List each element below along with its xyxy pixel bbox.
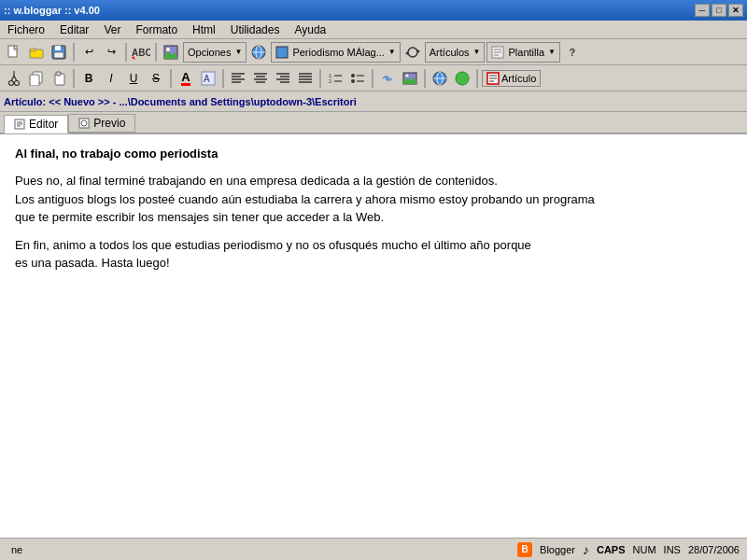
cut-button[interactable] bbox=[4, 68, 24, 89]
fmt-sep-7 bbox=[476, 69, 478, 88]
web-button[interactable] bbox=[430, 68, 450, 89]
align-right-button[interactable] bbox=[273, 68, 293, 89]
music-icon: ♪ bbox=[583, 542, 589, 557]
underline-button[interactable]: U bbox=[123, 68, 144, 89]
help-button[interactable]: ? bbox=[562, 42, 583, 63]
close-button[interactable]: ✕ bbox=[728, 4, 743, 17]
svg-text:2.: 2. bbox=[329, 78, 333, 84]
svg-point-52 bbox=[351, 79, 355, 83]
window-title: :: w.bloggar :: v4.00 bbox=[4, 5, 695, 16]
svg-point-56 bbox=[406, 74, 409, 77]
italic-button[interactable]: I bbox=[101, 68, 121, 89]
svg-point-19 bbox=[9, 80, 14, 85]
ordered-list-button[interactable]: 1.2. bbox=[325, 68, 345, 89]
refresh-button[interactable] bbox=[402, 42, 423, 63]
article-title: Al final, no trabajo como periodista bbox=[15, 146, 732, 162]
fmt-sep-3 bbox=[222, 69, 224, 88]
highlight-color-button[interactable]: A bbox=[198, 68, 218, 89]
unordered-list-button[interactable] bbox=[347, 68, 368, 89]
articulos-arrow: ▼ bbox=[473, 48, 481, 56]
fmt-sep-5 bbox=[372, 69, 374, 88]
tab-editor-label: Editor bbox=[29, 118, 58, 131]
plantilla-dropdown[interactable]: Plantilla ▼ bbox=[486, 42, 559, 63]
paste-button[interactable] bbox=[49, 68, 69, 89]
tab-editor[interactable]: Editor bbox=[4, 115, 68, 133]
menu-editar[interactable]: Editar bbox=[56, 22, 92, 37]
svg-text:A: A bbox=[204, 74, 210, 84]
articulos-dropdown[interactable]: Artículos ▼ bbox=[425, 42, 486, 63]
editor-content[interactable]: Al final, no trabajo como periodista Pue… bbox=[0, 134, 747, 538]
separator-3 bbox=[155, 43, 157, 62]
tab-preview-label: Previo bbox=[93, 117, 125, 130]
opciones-dropdown[interactable]: Opciones ▼ bbox=[183, 42, 247, 63]
opciones-arrow: ▼ bbox=[234, 48, 242, 56]
articulo-button[interactable]: Artículo bbox=[482, 70, 541, 87]
menu-fichero[interactable]: Fichero bbox=[4, 22, 49, 37]
green-circle-button[interactable] bbox=[452, 68, 472, 89]
date-indicator: 28/07/2006 bbox=[688, 544, 740, 555]
article-paragraph-1: Pues no, al final terminé trabajando en … bbox=[15, 172, 732, 227]
strikethrough-button[interactable]: S bbox=[146, 68, 166, 89]
article-path-text: Artículo: << Nuevo >> - ...\Documents an… bbox=[4, 96, 357, 107]
tab-bar: Editor Previo bbox=[0, 112, 747, 134]
align-justify-button[interactable] bbox=[295, 68, 316, 89]
window-controls[interactable]: ─ □ ✕ bbox=[695, 4, 743, 17]
new-button[interactable] bbox=[4, 42, 24, 63]
undo-button[interactable]: ↩ bbox=[78, 42, 99, 63]
link-button[interactable] bbox=[377, 68, 398, 89]
title-bar: :: w.bloggar :: v4.00 ─ □ ✕ bbox=[0, 0, 747, 21]
tab-preview[interactable]: Previo bbox=[68, 114, 135, 133]
svg-rect-4 bbox=[55, 46, 61, 50]
blogger-icon: B bbox=[517, 542, 532, 557]
spellcheck-button[interactable]: ABC bbox=[131, 42, 151, 63]
ins-indicator: INS bbox=[664, 544, 681, 555]
menu-bar: Fichero Editar Ver Formato Html Utilidad… bbox=[0, 21, 747, 39]
blog-label: Periodismo MÁlag... bbox=[292, 47, 384, 58]
articulo-label: Artículo bbox=[501, 73, 536, 84]
fmt-sep-2 bbox=[170, 69, 172, 88]
svg-point-50 bbox=[351, 74, 355, 77]
toolbar-main: ↩ ↪ ABC Opciones ▼ Periodismo MÁlag... ▼… bbox=[0, 39, 747, 65]
svg-line-21 bbox=[11, 76, 14, 81]
separator-2 bbox=[125, 43, 127, 62]
save-button[interactable] bbox=[49, 42, 69, 63]
article-paragraph-2: En fin, animo a todos los que estudias p… bbox=[15, 236, 732, 273]
menu-ver[interactable]: Ver bbox=[100, 22, 124, 37]
bold-button[interactable]: B bbox=[78, 68, 99, 89]
svg-point-60 bbox=[456, 72, 469, 85]
svg-point-20 bbox=[15, 80, 20, 85]
color-a-icon: A bbox=[181, 71, 190, 86]
plantilla-arrow: ▼ bbox=[548, 48, 556, 56]
svg-point-8 bbox=[166, 48, 170, 51]
separator-1 bbox=[73, 43, 75, 62]
align-left-button[interactable] bbox=[228, 68, 248, 89]
article-path-bar: Artículo: << Nuevo >> - ...\Documents an… bbox=[0, 91, 747, 112]
svg-line-22 bbox=[14, 76, 17, 81]
minimize-button[interactable]: ─ bbox=[695, 4, 710, 17]
align-center-button[interactable] bbox=[250, 68, 271, 89]
blog-arrow: ▼ bbox=[388, 48, 396, 56]
copy-button[interactable] bbox=[26, 68, 47, 89]
status-left-text: ne bbox=[7, 544, 510, 555]
menu-html[interactable]: Html bbox=[189, 22, 219, 37]
svg-rect-25 bbox=[30, 75, 39, 86]
blog-dropdown[interactable]: Periodismo MÁlag... ▼ bbox=[271, 42, 400, 63]
svg-rect-5 bbox=[54, 52, 63, 58]
menu-formato[interactable]: Formato bbox=[132, 22, 181, 37]
menu-ayuda[interactable]: Ayuda bbox=[290, 22, 330, 37]
fmt-sep-4 bbox=[319, 69, 321, 88]
status-bar: ne B Blogger ♪ CAPS NUM INS 28/07/2006 bbox=[0, 538, 747, 560]
open-button[interactable] bbox=[26, 42, 47, 63]
redo-button[interactable]: ↪ bbox=[101, 42, 121, 63]
font-color-button[interactable]: A bbox=[176, 68, 196, 89]
image-insert-button[interactable] bbox=[400, 68, 420, 89]
caps-indicator: CAPS bbox=[597, 544, 626, 555]
globe-button[interactable] bbox=[248, 42, 269, 63]
svg-marker-14 bbox=[405, 51, 408, 55]
svg-text:ABC: ABC bbox=[132, 48, 150, 58]
menu-utilidades[interactable]: Utilidades bbox=[227, 22, 284, 37]
image-button[interactable] bbox=[161, 42, 181, 63]
blogger-label: Blogger bbox=[540, 544, 575, 555]
fmt-sep-1 bbox=[73, 69, 75, 88]
maximize-button[interactable]: □ bbox=[712, 4, 726, 17]
